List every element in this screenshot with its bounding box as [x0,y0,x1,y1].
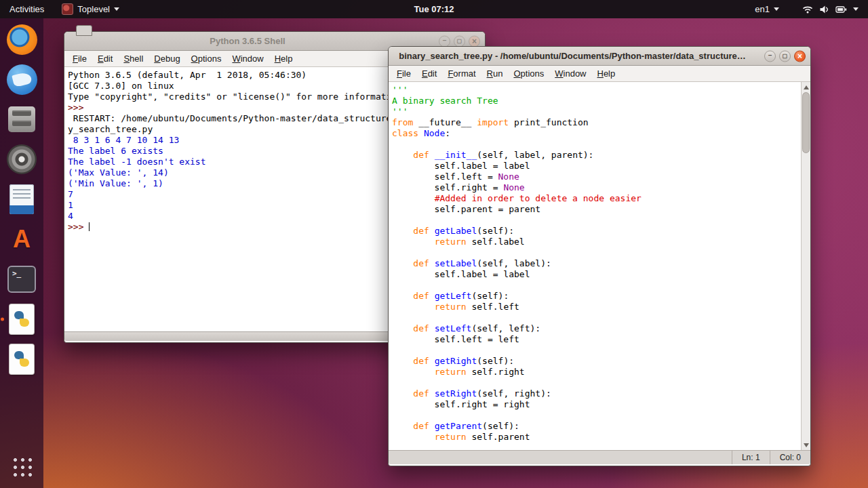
show-applications-button[interactable] [5,450,38,483]
code-line: ''' [392,85,801,96]
token: Python 3.6.5 (default, Apr 1 2018, 05:46… [68,70,307,80]
system-menu[interactable] [798,0,863,18]
menu-shell[interactable]: Shell [118,52,149,65]
menu-options[interactable]: Options [508,67,549,80]
code-line [392,247,801,258]
token: getParent [435,421,482,431]
dock-item-firefox[interactable] [5,23,38,56]
token: None [503,182,524,192]
menu-run[interactable]: Run [481,67,509,80]
code-line: return self.right [392,367,801,378]
token: def [413,323,429,333]
code-line: def setRight(self, right): [392,388,801,399]
token [392,432,435,442]
token [429,388,435,399]
token [392,356,413,366]
dock-item-cd-player[interactable] [5,143,38,176]
ubuntu-software-icon [13,225,31,253]
token: self.right = [392,182,503,192]
token: A binary search Tree [392,96,498,106]
token: 1 [68,200,73,210]
menu-file[interactable]: File [391,67,416,80]
dock-item-thunderbird[interactable] [5,63,38,96]
code-line [392,280,801,291]
token [429,356,435,366]
menu-window[interactable]: Window [226,52,269,65]
terminal-icon [7,266,36,293]
menu-edit[interactable]: Edit [416,67,442,80]
shell-window-title: Python 3.6.5 Shell [210,36,285,46]
maximize-button[interactable] [454,35,465,47]
wifi-icon [802,5,813,14]
background-tab[interactable] [76,25,92,36]
dock-item-ubuntu-software[interactable] [5,223,38,256]
menu-debug[interactable]: Debug [149,52,185,65]
token [392,291,413,301]
token [392,388,413,399]
token: The label -1 doesn't exist [68,157,206,167]
token: __init__ [435,150,477,160]
token: None [498,171,519,182]
menu-edit[interactable]: Edit [92,52,118,65]
code-line: self.label = label [392,161,801,171]
token: (self): [477,226,514,236]
token [392,367,435,377]
token: self.left = [392,171,498,182]
dock-item-terminal[interactable] [5,263,38,296]
app-menu-label: Toplevel [77,4,110,14]
clock[interactable]: Tue 07:12 [407,4,460,14]
dock-item-file-manager[interactable] [5,103,38,136]
menu-file[interactable]: File [67,52,92,65]
scrollbar[interactable] [801,82,810,450]
code-line: self.right = None [392,182,801,193]
menu-options[interactable]: Options [186,52,227,65]
editor-titlebar[interactable]: binary_search_tree.py - /home/ubuntu/Doc… [389,47,810,66]
code-line: self.label = label [392,269,801,280]
minimize-button[interactable] [439,35,450,47]
token [429,291,435,301]
code-line: A binary search Tree [392,96,801,106]
code-line: self.parent = parent [392,204,801,215]
scroll-down-arrow-icon[interactable] [802,441,810,449]
code-line [392,345,801,356]
token [418,128,424,138]
keyboard-layout-label: en1 [755,4,770,14]
token: print_function [509,117,588,127]
dock-item-idle-python[interactable] [5,303,38,336]
writer-document-icon [9,184,34,214]
token: self.left = left [392,334,519,344]
token: def [413,388,429,399]
token: def [413,258,429,268]
menu-window[interactable]: Window [549,67,591,80]
code-editor-area[interactable]: '''A binary search Tree'''from __future_… [389,82,801,450]
token [392,226,413,236]
token [392,421,413,431]
close-button[interactable] [469,35,480,47]
menu-help[interactable]: Help [592,67,621,80]
code-line: def setLabel(self, label): [392,258,801,269]
code-line: def __init__(self, label, parent): [392,150,801,161]
token: __future__ [413,117,477,127]
scroll-up-arrow-icon[interactable] [802,83,810,92]
dock-item-idle-python-2[interactable] [5,343,38,375]
column-indicator: Col: 0 [770,451,810,464]
code-line: return self.left [392,302,801,312]
menu-format[interactable]: Format [442,67,481,80]
code-line: self.right = right [392,399,801,410]
token: self.right = right [392,399,530,409]
token: def [413,226,429,236]
keyboard-indicator[interactable]: en1 [751,0,783,18]
token: setLeft [435,323,472,333]
activities-button[interactable]: Activities [5,0,48,18]
scrollbar-thumb[interactable] [802,92,810,153]
editor-statusbar: Ln: 1 Col: 0 [389,450,810,464]
maximize-button[interactable] [779,50,791,62]
code-line: ''' [392,106,801,117]
menu-help[interactable]: Help [269,52,298,65]
minimize-button[interactable] [764,50,776,62]
dock-item-libreoffice-writer[interactable] [5,183,38,216]
app-menu[interactable]: Toplevel [58,0,123,18]
close-button[interactable] [794,50,806,62]
code-line [392,378,801,388]
token: >>> [68,102,89,113]
